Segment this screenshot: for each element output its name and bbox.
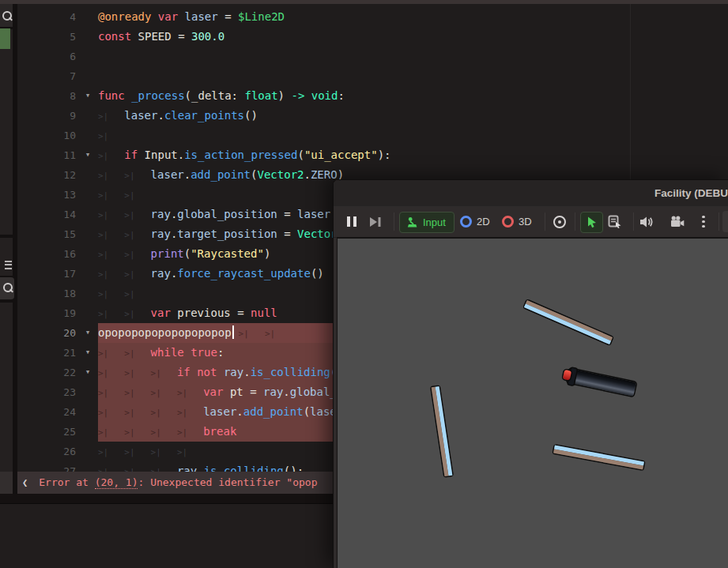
code-token: 300.0 <box>191 30 224 43</box>
code-token: ( <box>297 149 304 161</box>
window-titlebar[interactable]: Facility (DEBUG) <box>334 180 728 206</box>
movie-maker-button[interactable] <box>670 212 685 231</box>
fold-chevron-icon[interactable]: ▾ <box>81 322 95 342</box>
code-token: add_point <box>243 405 304 418</box>
code-token: ): <box>378 149 391 161</box>
tab-indent-marker: >| <box>124 245 150 265</box>
tab-indent-marker: >| <box>98 284 124 304</box>
audio-mute-button[interactable] <box>639 212 654 231</box>
visibility-button[interactable] <box>553 212 566 231</box>
tab-indent-marker: >| <box>98 186 124 205</box>
line-number[interactable]: 25 <box>17 422 76 442</box>
code-token: force_raycast_update <box>177 267 311 280</box>
line-number[interactable]: 9 <box>17 106 76 126</box>
left-dock-rail <box>0 4 17 568</box>
code-line-6[interactable]: 6 <box>17 47 728 66</box>
tab-indent-marker: >| <box>124 462 150 472</box>
line-number[interactable]: 18 <box>17 284 76 303</box>
code-token: Input. <box>145 149 185 161</box>
code-line-8[interactable]: 8▾func _process(_delta: float) -> void: <box>17 86 728 106</box>
code-token: (_delta: <box>185 89 245 102</box>
tab-indent-marker: >| <box>124 284 150 304</box>
line-number[interactable]: 11 <box>17 145 76 165</box>
selection-list-button[interactable] <box>608 212 622 231</box>
code-line-10[interactable]: 10>| <box>17 126 728 145</box>
tab-indent-marker: >| <box>151 442 177 462</box>
code-line-7[interactable]: 7 <box>17 66 728 86</box>
tab-indent-marker: >| <box>98 462 124 472</box>
line-number[interactable]: 14 <box>17 205 76 224</box>
code-line-5[interactable]: 5const SPEED = 300.0 <box>17 27 728 47</box>
line-number[interactable]: 19 <box>17 303 76 323</box>
code-token: = <box>224 10 238 23</box>
code-token: "Raycasted" <box>190 247 264 260</box>
tab-indent-marker: >| <box>151 462 177 472</box>
tab-indent-marker: >| <box>124 186 150 205</box>
laser-stick-1 <box>524 300 613 344</box>
fold-chevron-icon[interactable]: ▾ <box>81 85 95 105</box>
error-prefix: Error at <box>39 476 94 488</box>
code-token: ( <box>304 405 310 418</box>
code-token: "ui_accept" <box>304 149 378 161</box>
fold-chevron-icon[interactable]: ▾ <box>81 342 95 362</box>
line-number[interactable]: 23 <box>17 382 76 402</box>
line-number[interactable]: 8 <box>17 86 76 106</box>
script-color-swatch[interactable] <box>0 28 10 49</box>
line-number[interactable]: 12 <box>17 165 76 185</box>
2d-view-button[interactable]: 2D <box>460 212 490 231</box>
search-button[interactable] <box>0 277 14 299</box>
line-number[interactable]: 22 <box>17 363 76 382</box>
code-token: opopopopopopopopopop <box>98 326 232 339</box>
line-number[interactable]: 24 <box>17 402 76 422</box>
code-token: ray <box>263 386 283 398</box>
tree-icon[interactable] <box>2 258 13 271</box>
select-cursor-icon <box>587 216 598 228</box>
code-line-9[interactable]: 9>|laser.clear_points() <box>17 106 728 126</box>
code-token: = <box>237 307 251 319</box>
tab-indent-marker: >| <box>239 324 265 344</box>
line-number[interactable]: 15 <box>17 224 76 244</box>
code-token: is_colliding <box>251 366 330 378</box>
line-number[interactable]: 27 <box>17 461 76 472</box>
code-token: while <box>151 346 191 359</box>
tab-indent-marker: >| <box>98 245 124 265</box>
fold-chevron-icon[interactable]: ▾ <box>81 362 95 382</box>
search-icon[interactable] <box>2 11 13 22</box>
line-number[interactable]: 10 <box>17 126 76 145</box>
collapse-chevron-icon[interactable]: ❮ <box>22 477 28 488</box>
game-viewport[interactable] <box>337 237 728 568</box>
code-token: . <box>197 465 203 472</box>
kebab-menu-button[interactable] <box>700 212 707 233</box>
code-token: $Line2D <box>238 10 285 23</box>
line-number[interactable]: 5 <box>17 27 76 47</box>
input-toggle-button[interactable]: Input <box>399 212 455 233</box>
3d-ring-icon <box>502 216 514 228</box>
line-number[interactable]: 7 <box>17 66 76 86</box>
line-number[interactable]: 26 <box>17 442 76 461</box>
line-number[interactable]: 16 <box>17 244 76 264</box>
line-number[interactable]: 17 <box>17 264 76 284</box>
tab-indent-marker: >| <box>151 403 177 423</box>
line-number[interactable]: 13 <box>17 185 76 205</box>
line-number[interactable]: 21 <box>17 343 76 363</box>
line-number[interactable]: 4 <box>17 7 76 27</box>
error-location-link[interactable]: (20, 1) <box>95 476 138 489</box>
code-token: : <box>338 89 344 102</box>
code-token: if <box>177 366 197 378</box>
code-line-11[interactable]: 11▾>|if Input.is_action_pressed("ui_acce… <box>17 145 728 165</box>
line-number[interactable]: 20 <box>17 323 76 343</box>
tab-indent-marker: >| <box>98 265 124 284</box>
code-token: laser <box>124 109 157 122</box>
code-token: null <box>251 307 277 319</box>
code-token: previous <box>177 307 237 319</box>
select-mode-button[interactable] <box>580 212 603 233</box>
code-line-4[interactable]: 4@onready var laser = $Line2D <box>17 7 728 27</box>
pause-button[interactable] <box>345 212 358 231</box>
next-frame-button[interactable] <box>369 212 382 231</box>
clipped-toolbar-button[interactable] <box>722 211 728 232</box>
code-token: . <box>243 366 250 378</box>
game-debug-window[interactable]: Facility (DEBUG) Input 2D <box>333 179 728 568</box>
3d-view-button[interactable]: 3D <box>502 212 532 231</box>
line-number[interactable]: 6 <box>17 47 76 66</box>
fold-chevron-icon[interactable]: ▾ <box>81 145 95 164</box>
